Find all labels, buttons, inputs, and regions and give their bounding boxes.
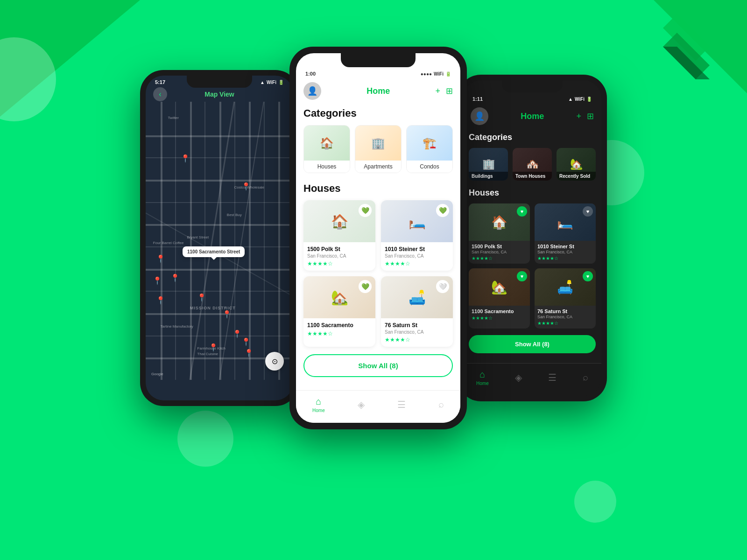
nav-home-right[interactable]: ⌂ Home [476,369,489,386]
map-button-center[interactable]: ⊞ [446,86,453,96]
map-label: Best Buy [227,213,242,217]
house-card-4[interactable]: 🛋️ 🤍 76 Saturn St San Francisco, CA ★★★★… [381,276,453,347]
map-pin-red[interactable]: 📍 [181,154,190,163]
dark-house-card-4[interactable]: 🛋️ ♥ 76 Saturn St San Francisco, CA ★★★★… [535,268,596,329]
dark-house-4-img: 🛋️ ♥ [535,268,596,306]
category-houses[interactable]: 🏠 Houses [303,125,350,173]
house-1-location: San Francisco, CA [307,253,372,259]
nav-messages-right[interactable]: ☰ [548,372,557,383]
nav-categories-right[interactable]: ◈ [515,372,522,383]
app-header-right: 👤 Home + ⊞ [463,104,601,129]
house-card-3[interactable]: 🏡 💚 1100 Sacramento ★★★★☆ [303,276,375,347]
map-pin-red[interactable]: 📍 [241,337,251,346]
home-icon-center: ⌂ [316,396,321,407]
dark-cat-recently-sold[interactable]: 🏡 Recently Sold [557,148,596,181]
map-pin-red[interactable]: 📍 [222,310,232,319]
location-button[interactable]: ⊙ [265,352,284,371]
dark-cat-recently-sold-label: Recently Sold [557,172,596,181]
bottom-nav-center: ⌂ Home ◈ ☰ ⌕ [296,390,460,423]
house-card-1[interactable]: 🏠 💚 1500 Polk St San Francisco, CA ★★★★☆ [303,200,375,271]
map-label: Bryant Street [187,235,209,239]
map-pin-orange[interactable]: 📍 [156,296,165,305]
phone-home: 1:00 ●●●● WiFi 🔋 👤 Home + ⊞ [289,47,467,429]
category-condos-label: Condos [407,161,452,173]
road [190,102,192,380]
map-button-right[interactable]: ⊞ [587,111,594,121]
dark-house-card-1[interactable]: 🏠 ♥ 1500 Polk St San Francisco, CA ★★★★☆ [469,203,530,264]
dark-heart-1[interactable]: ♥ [517,206,527,217]
map-back-button[interactable]: ‹ [153,87,167,101]
house-4-info: 76 Saturn St San Francisco, CA ★★★★☆ [381,318,453,347]
map-label: Tartine Manufactory [161,324,193,329]
house-4-location: San Francisco, CA [385,329,449,335]
svg-line-3 [190,102,234,380]
heart-button-4[interactable]: 🤍 [436,280,449,293]
map-pin-red[interactable]: 📍 [244,349,254,357]
dark-house-card-3[interactable]: 🏡 ♥ 1100 Sacramento ★★★★☆ [469,268,530,329]
category-houses-label: Houses [304,161,350,173]
nav-search-center[interactable]: ⌕ [438,399,444,410]
house-1-img: 🏠 💚 [303,200,375,242]
dark-house-3-img: 🏡 ♥ [469,268,530,306]
categories-title-center: Categories [303,107,453,119]
map-pin-red[interactable]: 📍 [233,329,242,338]
dark-houses-grid: 🏠 ♥ 1500 Polk St San Francisco, CA ★★★★☆ [469,203,596,329]
heart-button-3[interactable]: 💚 [359,280,372,293]
map-pin-blue[interactable]: 📍 [241,182,251,191]
house-2-location: San Francisco, CA [385,253,449,259]
category-apartments-img: 🏢 [355,126,401,161]
dark-heart-3[interactable]: ♥ [517,271,527,281]
notch-left [187,76,252,88]
show-all-button-center[interactable]: Show All (8) [303,354,453,377]
categories-icon-center: ◈ [358,399,365,410]
house-3-name: 1100 Sacramento [307,322,372,329]
status-time-center: 1:00 [305,71,316,77]
add-button-right[interactable]: + [576,112,581,121]
map-pin-orange[interactable]: 📍 [153,276,162,285]
house-3-info: 1100 Sacramento ★★★★☆ [303,318,375,341]
map-label: Twitter [168,116,179,120]
map-pin-red[interactable]: 📍 [170,273,180,282]
nav-home-center[interactable]: ⌂ Home [312,396,325,413]
category-apartments[interactable]: 🏢 Apartments [355,125,402,173]
user-avatar-center[interactable]: 👤 [303,82,321,100]
house-3-img: 🏡 💚 [303,276,375,318]
dark-house-card-2[interactable]: 🛏️ ♥ 1010 Steiner St San Francisco, CA ★… [535,203,596,264]
map-pin-red[interactable]: 📍 [197,293,206,302]
add-button-center[interactable]: + [435,86,440,96]
user-avatar-right[interactable]: 👤 [471,107,488,125]
nav-messages-center[interactable]: ☰ [397,399,406,410]
heart-button-1[interactable]: 💚 [359,204,372,217]
dark-heart-4[interactable]: ♥ [583,271,593,281]
show-all-button-right[interactable]: Show All (8) [469,335,596,353]
dark-house-3-name: 1100 Sacramento [472,308,527,314]
dark-house-3-stars: ★★★★☆ [472,315,527,321]
map-area[interactable]: Twitter Costco Wholesale Best Buy Tartin… [146,102,293,380]
category-apartments-label: Apartments [355,161,401,173]
nav-categories-center[interactable]: ◈ [358,399,365,410]
dark-house-4-loc: San Francisco, CA [537,315,593,319]
dark-cat-townhouses[interactable]: 🏘️ Town Houses [513,148,552,181]
status-icons-right: ▲ WiFi 🔋 [568,97,592,102]
house-4-name: 76 Saturn St [385,322,449,329]
app-title-right: Home [521,112,544,121]
map-pin-orange[interactable]: 📍 [156,254,165,263]
houses-title-right: Houses [469,188,596,198]
house-4-img: 🛋️ 🤍 [381,276,453,318]
house-card-2[interactable]: 🛏️ 💚 1010 Steiner St San Francisco, CA ★… [381,200,453,271]
phones-container: 5:17 ▲ WiFi 🔋 ‹ Map View [75,47,672,429]
home-icon-right: ⌂ [479,369,485,380]
status-icons-left: ▲ WiFi 🔋 [260,80,284,85]
app-title-center: Home [366,86,390,96]
heart-button-2[interactable]: 💚 [436,204,449,217]
category-condos[interactable]: 🏗️ Condos [406,125,453,173]
messages-icon-right: ☰ [548,372,557,383]
google-badge: Google [151,372,163,376]
dark-heart-2[interactable]: ♥ [583,206,593,217]
house-1-stars: ★★★★☆ [307,260,372,267]
dark-cat-buildings[interactable]: 🏢 Buildings [469,148,508,181]
app-header-center: 👤 Home + ⊞ [296,78,460,104]
road [204,102,205,380]
map-pin-orange[interactable]: 📍 [209,343,218,352]
nav-search-right[interactable]: ⌕ [583,372,588,383]
